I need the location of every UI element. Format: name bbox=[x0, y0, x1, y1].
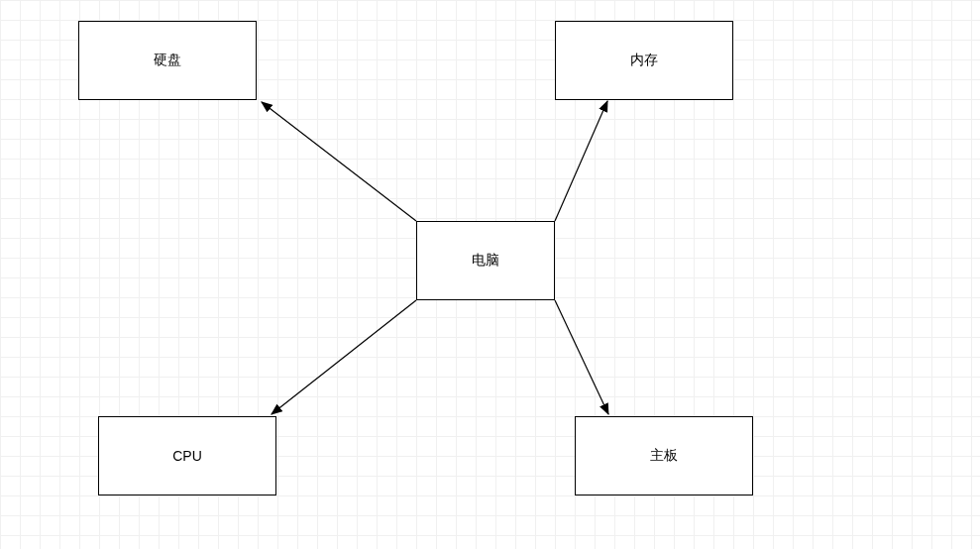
node-hard-disk-label: 硬盘 bbox=[154, 52, 181, 69]
node-cpu-label: CPU bbox=[172, 448, 202, 464]
node-motherboard[interactable]: 主板 bbox=[575, 416, 753, 495]
center-node[interactable]: 电脑 bbox=[416, 221, 555, 300]
arrow-to-hard-disk bbox=[262, 102, 416, 221]
arrow-to-motherboard bbox=[555, 300, 608, 414]
node-hard-disk[interactable]: 硬盘 bbox=[78, 21, 257, 100]
arrow-to-memory bbox=[555, 101, 607, 221]
arrow-to-cpu bbox=[272, 300, 416, 414]
node-cpu[interactable]: CPU bbox=[98, 416, 276, 495]
node-memory-label: 内存 bbox=[630, 52, 658, 69]
node-memory[interactable]: 内存 bbox=[555, 21, 733, 100]
node-motherboard-label: 主板 bbox=[650, 447, 678, 465]
center-node-label: 电脑 bbox=[472, 252, 499, 270]
